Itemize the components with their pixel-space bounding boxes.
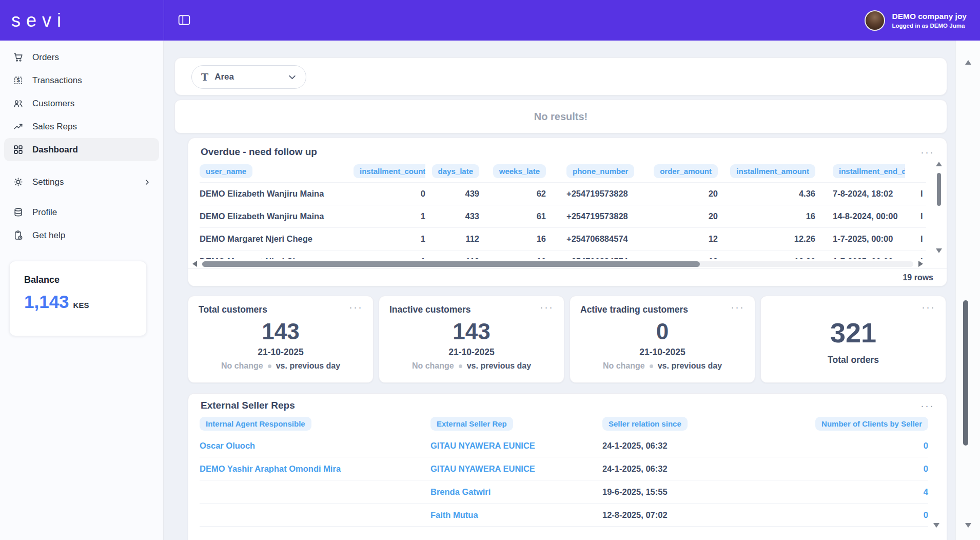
scroll-up-arrow[interactable]	[936, 162, 942, 166]
area-filter-dropdown[interactable]: T Area	[191, 65, 306, 89]
more-options-button[interactable]: ···	[920, 403, 934, 408]
cell-weeks-late: 62	[479, 189, 546, 199]
external-seller-rep-link[interactable]: Brenda Gatwiri	[430, 487, 491, 496]
more-options-button[interactable]: ···	[540, 304, 554, 310]
cell-relation-since: 24-1-2025, 06:32	[602, 441, 802, 451]
external-seller-reps-card: External Seller Reps ··· Internal Agent …	[188, 393, 947, 540]
user-subtitle: Logged in as DEMO Juma	[892, 23, 967, 29]
external-seller-rep-link[interactable]: GITAU NYAWERA EUNICE	[430, 441, 535, 450]
column-chip-phone-number[interactable]: phone_number	[566, 164, 634, 178]
page-scrollbar[interactable]	[955, 41, 980, 540]
cell-weeks-late: 16	[479, 234, 546, 244]
table-vertical-scrollbar[interactable]	[936, 162, 942, 253]
scroll-down-arrow[interactable]	[936, 248, 942, 253]
cell-phone-number: +254719573828	[546, 211, 654, 221]
page-scroll-down-arrow[interactable]	[965, 523, 971, 528]
cell-installment-amount: 12.26	[718, 257, 815, 259]
cell-days-late: 112	[425, 234, 479, 244]
balance-amount: 1,143KES	[24, 292, 132, 312]
table-row[interactable]: DEMO Elizabeth Wanjiru Maina 0 439 62 +2…	[200, 183, 926, 205]
table-horizontal-scrollbar[interactable]	[192, 260, 923, 267]
column-chip-installment-count[interactable]: installment_count	[354, 164, 425, 178]
scroll-down-arrow[interactable]	[933, 523, 939, 528]
more-options-button[interactable]: ···	[349, 304, 363, 310]
page-scroll-thumb[interactable]	[963, 300, 968, 446]
receipt-dollar-icon: $	[12, 75, 24, 86]
sidebar-item-get-help[interactable]: Get help	[4, 224, 159, 247]
gear-icon	[12, 177, 24, 187]
column-chip-user-name[interactable]: user_name	[200, 164, 252, 178]
table-row[interactable]: DEMO Margaret Njeri Chege 1 112 16 +2547…	[200, 228, 926, 250]
sidebar-item-orders[interactable]: Orders	[4, 46, 159, 69]
sidebar-group-gap	[4, 161, 159, 170]
cell-installment-count: 0	[354, 189, 425, 199]
external-seller-reps-title: External Seller Reps	[201, 400, 295, 411]
column-chip-internal-agent[interactable]: Internal Agent Responsible	[200, 417, 311, 431]
stat-title: Active trading customers	[580, 304, 688, 315]
table-row[interactable]: DEMO Yashir Araphat Omondi Mira GITAU NY…	[200, 457, 928, 480]
balance-title: Balance	[24, 275, 132, 285]
sidebar: Orders $ Transactions Customers	[0, 41, 164, 540]
cell-installment-amount: 12.26	[718, 234, 815, 244]
stat-title: Inactive customers	[389, 304, 471, 315]
sidebar-item-settings[interactable]: Settings	[4, 170, 159, 194]
column-chip-installment-amount[interactable]: installment_amount	[730, 164, 815, 178]
more-options-button[interactable]: ···	[922, 304, 935, 310]
scroll-right-arrow[interactable]	[918, 261, 923, 267]
more-options-button[interactable]: ···	[920, 149, 934, 155]
horizontal-scroll-track[interactable]	[202, 261, 913, 267]
chevron-right-icon	[144, 179, 151, 186]
more-options-button[interactable]: ···	[731, 304, 744, 310]
stat-value: 143	[389, 320, 554, 343]
cart-icon	[12, 52, 24, 63]
table-row[interactable]: Faith Mutua 12-8-2025, 07:02 0	[200, 504, 928, 527]
external-seller-rep-link[interactable]: GITAU NYAWERA EUNICE	[430, 464, 535, 473]
cell-installment-end-date: 1-7-2025, 00:00	[815, 234, 905, 244]
horizontal-scroll-thumb[interactable]	[202, 261, 700, 267]
clients-count-link[interactable]: 0	[924, 510, 928, 519]
user-name: DEMO company joy	[892, 12, 967, 21]
external-seller-rep-link[interactable]: Faith Mutua	[430, 510, 478, 519]
seller-reps-header-row: Internal Agent Responsible External Sell…	[200, 415, 928, 432]
cell-installment-end-date: 1-7-2025, 00:00	[815, 257, 905, 259]
sidebar-item-sales-reps[interactable]: Sales Reps	[4, 115, 159, 138]
vertical-scroll-thumb[interactable]	[937, 173, 941, 206]
page-scroll-up-arrow[interactable]	[965, 60, 971, 65]
scroll-left-arrow[interactable]	[192, 261, 197, 267]
stat-value: 0	[580, 320, 744, 343]
sidebar-toggle-button[interactable]	[178, 13, 191, 27]
cell-installment-count: 1	[354, 234, 425, 244]
sidebar-item-dashboard[interactable]: Dashboard	[4, 138, 159, 161]
column-chip-days-late[interactable]: days_late	[432, 164, 479, 178]
column-chip-installment-end-date[interactable]: installment_end_date	[833, 164, 905, 178]
cell-truncated: l	[905, 211, 926, 221]
column-chip-order-amount[interactable]: order_amount	[654, 164, 718, 178]
cell-installment-amount: 4.36	[718, 189, 815, 199]
area-filter-value: Area	[214, 72, 234, 82]
cell-user-name: DEMO Margaret Njeri Chege	[200, 234, 354, 244]
clients-count-link[interactable]: 0	[924, 441, 928, 450]
internal-agent-link[interactable]: Oscar Oluoch	[200, 441, 255, 450]
table-row[interactable]: Brenda Gatwiri 19-6-2025, 15:55 4	[200, 480, 928, 504]
clients-count-link[interactable]: 0	[924, 464, 928, 473]
sidebar-item-customers[interactable]: Customers	[4, 92, 159, 115]
cell-phone-number: +254706884574	[546, 234, 654, 244]
table-row[interactable]: DEMO Margaret Njeri Chege 1 112 16 +2547…	[200, 250, 926, 259]
compare-label: vs. previous day	[658, 361, 722, 371]
column-chip-seller-relation-since[interactable]: Seller relation since	[602, 417, 688, 431]
stat-value: 321	[771, 319, 935, 346]
table-row[interactable]: DEMO Elizabeth Wanjiru Maina 1 433 61 +2…	[200, 205, 926, 228]
table-row[interactable]: Oscar Oluoch GITAU NYAWERA EUNICE 24-1-2…	[200, 434, 928, 457]
clients-count-link[interactable]: 4	[924, 487, 928, 496]
sidebar-item-transactions[interactable]: $ Transactions	[4, 69, 159, 92]
seller-reps-table-body: Oscar Oluoch GITAU NYAWERA EUNICE 24-1-2…	[200, 434, 928, 527]
column-chip-number-of-clients[interactable]: Number of Clients by Seller	[815, 417, 928, 431]
user-menu[interactable]: DEMO company joy Logged in as DEMO Juma	[865, 10, 967, 31]
stat-date: 21-10-2025	[199, 347, 363, 358]
column-chip-external-seller-rep[interactable]: External Seller Rep	[430, 417, 513, 431]
sidebar-item-profile[interactable]: Profile	[4, 201, 159, 224]
internal-agent-link[interactable]: DEMO Yashir Araphat Omondi Mira	[200, 464, 341, 473]
svg-text:$: $	[16, 77, 19, 83]
column-chip-weeks-late[interactable]: weeks_late	[493, 164, 546, 178]
text-type-icon: T	[201, 71, 208, 83]
